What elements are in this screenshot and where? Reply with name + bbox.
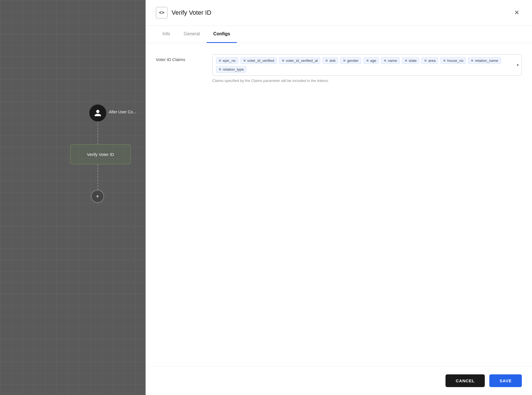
tag-item: ✕epic_no [216,57,238,64]
panel-actions: CANCEL SAVE [146,366,532,395]
user-node-label: After User Co... [109,110,136,114]
connector-line-bottom [98,164,98,190]
tag-remove-icon[interactable]: ✕ [384,59,386,62]
config-panel: <> Verify Voter ID ✕ Info General Config… [146,0,532,395]
tag-label: dob [329,58,336,63]
tag-label: epic_no [223,58,236,63]
tag-label: name [388,58,397,63]
tab-bar: Info General Configs [146,26,532,43]
tag-item: ✕relation_name [468,57,501,64]
tag-label: gender [347,58,358,63]
tag-label: house_no [447,58,463,63]
tag-label: relation_type [223,67,244,71]
tag-remove-icon[interactable]: ✕ [219,59,221,62]
voter-id-claims-label: Voter ID Claims [156,54,201,62]
tag-item: ✕gender [340,57,361,64]
tag-item: ✕area [421,57,438,64]
voter-id-claims-row: Voter ID Claims ✕epic_no✕voter_id_verifi… [156,54,522,83]
cancel-button[interactable]: CANCEL [446,374,485,387]
tag-item: ✕age [364,57,379,64]
tag-label: state [409,58,417,63]
tag-remove-icon[interactable]: ✕ [282,59,284,62]
tag-remove-icon[interactable]: ✕ [366,59,369,62]
verify-voter-id-node[interactable]: Verify Voter ID [70,144,131,164]
tag-remove-icon[interactable]: ✕ [243,59,246,62]
tab-configs[interactable]: Configs [207,26,237,43]
canvas-background [0,0,146,395]
add-node-button[interactable]: + [91,190,104,203]
tag-remove-icon[interactable]: ✕ [219,68,221,71]
tag-item: ✕state [402,57,419,64]
tab-general[interactable]: General [177,26,207,43]
connector-line-top [98,121,98,144]
panel-header: <> Verify Voter ID ✕ [146,0,532,26]
panel-header-left: <> Verify Voter ID [156,7,211,19]
code-icon: <> [156,7,168,19]
tag-item: ✕voter_id_verified_at [279,57,320,64]
tag-label: voter_id_verified_at [286,58,318,63]
close-button[interactable]: ✕ [512,8,522,18]
tag-remove-icon[interactable]: ✕ [325,59,328,62]
tag-item: ✕dob [323,57,338,64]
tag-remove-icon[interactable]: ✕ [443,59,446,62]
tag-remove-icon[interactable]: ✕ [405,59,407,62]
panel-title: Verify Voter ID [172,9,211,16]
voter-id-claims-hint: Claims specified by the Claims parameter… [212,79,522,83]
tag-item: ✕relation_type [216,66,246,73]
tag-item: ✕voter_id_verified [241,57,277,64]
tag-label: voter_id_verified [247,58,274,63]
tab-info[interactable]: Info [156,26,177,43]
tag-label: relation_name [475,58,498,63]
user-node [89,105,106,121]
tag-remove-icon[interactable]: ✕ [424,59,427,62]
save-button[interactable]: SAVE [489,374,522,387]
tag-remove-icon[interactable]: ✕ [343,59,346,62]
tag-item: ✕name [381,57,400,64]
tags-container[interactable]: ✕epic_no✕voter_id_verified✕voter_id_veri… [212,54,522,76]
voter-id-claims-input-area: ✕epic_no✕voter_id_verified✕voter_id_veri… [212,54,522,83]
panel-content: Voter ID Claims ✕epic_no✕voter_id_verifi… [146,43,532,366]
tag-label: age [370,58,377,63]
tag-item: ✕house_no [440,57,466,64]
tag-label: area [428,58,436,63]
tag-remove-icon[interactable]: ✕ [471,59,473,62]
dropdown-arrow-icon[interactable]: ▾ [517,63,519,67]
